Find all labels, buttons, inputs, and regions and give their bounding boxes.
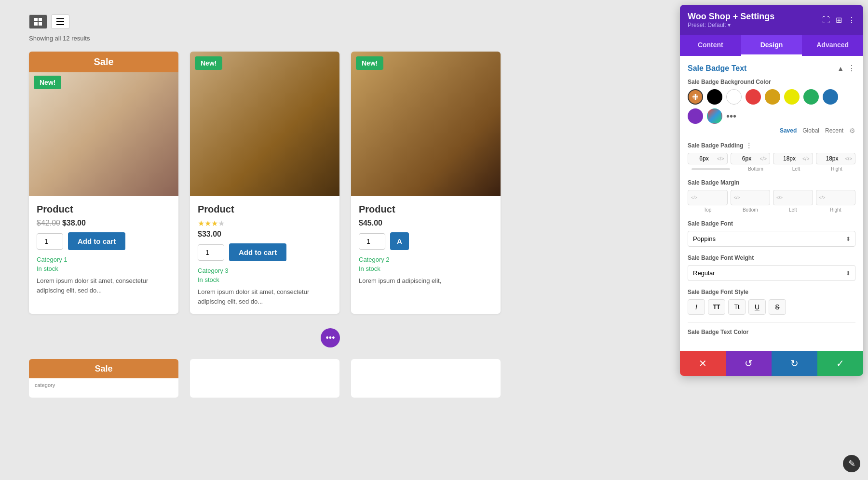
more-swatches-button[interactable]: ••• <box>726 111 736 122</box>
quantity-input[interactable] <box>37 233 63 250</box>
font-weight-select-wrap: Thin Light Regular Medium Bold Extra Bol… <box>688 265 855 281</box>
list-view-button[interactable] <box>51 14 69 29</box>
margin-top-input[interactable] <box>698 194 724 201</box>
padding-left-link-icon[interactable]: </> <box>802 156 809 161</box>
redo-button[interactable]: ↻ <box>772 351 817 376</box>
columns-icon[interactable]: ⊞ <box>836 15 842 25</box>
product-name: Product <box>359 204 493 215</box>
font-style-label: Sale Badge Font Style <box>688 289 855 295</box>
strikethrough-button[interactable]: S <box>769 299 786 315</box>
swatch-yellow[interactable] <box>784 89 800 105</box>
product-card: New! Product ★★★★ $33.00 Add to cart <box>190 52 339 314</box>
padding-top-input[interactable] <box>691 155 717 162</box>
category-link[interactable]: Category 2 <box>359 256 493 263</box>
padding-link-icon[interactable]: ⋮ <box>746 142 752 149</box>
padding-top-link-icon[interactable]: </> <box>717 156 724 161</box>
margin-left-field: </> <box>773 190 813 205</box>
stock-status: In stock <box>198 276 332 283</box>
product-description: Lorem ipsum dolor sit amet, consectetur … <box>37 276 171 295</box>
product-image <box>29 52 178 196</box>
font-weight-select[interactable]: Thin Light Regular Medium Bold Extra Bol… <box>688 265 855 281</box>
font-label: Sale Badge Font <box>688 220 855 227</box>
italic-button[interactable]: I <box>688 299 705 315</box>
panel-title: Woo Shop + Settings <box>688 12 774 22</box>
grid-view-button[interactable] <box>29 14 47 29</box>
section-collapse-icon[interactable]: ▲ <box>837 65 844 72</box>
font-field-group: Sale Badge Font Poppins Roboto Open Sans… <box>688 220 855 247</box>
product-price: $42.00$38.00 <box>37 219 171 227</box>
panel-preset[interactable]: Preset: Default ▾ <box>688 22 774 28</box>
svg-rect-4 <box>56 18 64 19</box>
eyedropper-icon <box>692 93 699 101</box>
quantity-input[interactable] <box>359 233 385 250</box>
color-settings-icon[interactable]: ⚙ <box>849 127 855 134</box>
text-color-label: Sale Badge Text Color <box>688 322 855 339</box>
category-link[interactable]: Category 3 <box>198 267 332 274</box>
star-rating: ★★★★ <box>198 219 332 228</box>
margin-bottom-input[interactable] <box>741 194 767 201</box>
product-grid: Sale New! Product $42.00$38.00 Add to ca… <box>29 52 487 314</box>
color-tab-recent[interactable]: Recent <box>825 127 843 134</box>
add-to-cart-button[interactable]: Add to cart <box>68 232 125 250</box>
results-count: Showing all 12 results <box>29 35 487 42</box>
color-tab-saved[interactable]: Saved <box>780 127 797 134</box>
product-name: Product <box>37 204 171 215</box>
cancel-button[interactable]: ✕ <box>680 351 726 376</box>
padding-right-link-icon[interactable]: </> <box>845 156 852 161</box>
cart-row: A <box>359 232 493 250</box>
product-card: New! Product $45.00 A Category 2 In stoc… <box>351 52 501 314</box>
tab-advanced[interactable]: Advanced <box>802 35 863 56</box>
swatch-gradient[interactable] <box>707 108 722 124</box>
margin-right-code: </> <box>819 195 826 200</box>
quantity-input[interactable] <box>198 244 224 261</box>
product-info: Product ★★★★ $33.00 Add to cart Category… <box>190 196 339 314</box>
color-tab-global[interactable]: Global <box>802 127 819 134</box>
swatch-purple[interactable] <box>688 108 703 124</box>
tab-design[interactable]: Design <box>741 35 802 56</box>
second-product-row: Sale category <box>29 359 487 398</box>
save-button[interactable]: ✓ <box>817 351 863 376</box>
panel-tabs: Content Design Advanced <box>680 35 863 56</box>
product-price: $45.00 <box>359 219 493 227</box>
swatch-black[interactable] <box>707 89 722 105</box>
sale-price: $38.00 <box>62 219 86 227</box>
section-more-icon[interactable]: ⋮ <box>848 64 855 73</box>
color-swatches: ••• <box>688 89 855 124</box>
padding-bottom-link-icon[interactable]: </> <box>760 156 767 161</box>
swatch-red[interactable] <box>746 89 761 105</box>
swatch-orange[interactable] <box>688 89 703 105</box>
undo-button[interactable]: ↺ <box>726 351 772 376</box>
tab-content[interactable]: Content <box>680 35 741 56</box>
padding-right-input[interactable] <box>819 155 845 162</box>
margin-label: Sale Badge Margin <box>688 179 855 186</box>
product-image <box>351 52 501 196</box>
font-select[interactable]: Poppins Roboto Open Sans Lato Montserrat <box>688 231 855 247</box>
product-info: Product $42.00$38.00 Add to cart Categor… <box>29 196 178 303</box>
underline-button[interactable]: U <box>748 299 766 315</box>
margin-left-input[interactable] <box>784 194 809 201</box>
margin-field-group: Sale Badge Margin </> </> </> <box>688 179 855 213</box>
swatch-white[interactable] <box>726 89 742 105</box>
dots-button[interactable]: ••• <box>321 328 340 347</box>
category-link[interactable]: Category 1 <box>37 256 171 263</box>
action-bar: ✕ ↺ ↻ ✓ <box>680 351 863 376</box>
swatch-blue[interactable] <box>823 89 838 105</box>
margin-bottom-field: </> <box>731 190 771 205</box>
add-to-cart-button[interactable]: A <box>390 232 409 250</box>
cart-row: Add to cart <box>37 232 171 250</box>
swatch-green[interactable] <box>803 89 819 105</box>
font-style-buttons: I TT Tt U S <box>688 299 855 315</box>
padding-labels: Bottom Left Right <box>688 166 855 172</box>
add-to-cart-button[interactable]: Add to cart <box>229 243 286 261</box>
uppercase-button[interactable]: TT <box>708 299 725 315</box>
margin-right-input[interactable] <box>827 194 852 201</box>
svg-rect-2 <box>34 22 38 26</box>
capitalize-button[interactable]: Tt <box>728 299 746 315</box>
fullscreen-icon[interactable]: ⛶ <box>822 16 830 25</box>
more-icon[interactable]: ⋮ <box>848 15 855 25</box>
padding-left-input[interactable] <box>776 155 802 162</box>
swatch-yellow-dark[interactable] <box>765 89 780 105</box>
margin-top-code: </> <box>691 195 697 200</box>
edit-icon[interactable]: ✎ <box>843 455 860 472</box>
padding-bottom-input[interactable] <box>734 155 760 162</box>
